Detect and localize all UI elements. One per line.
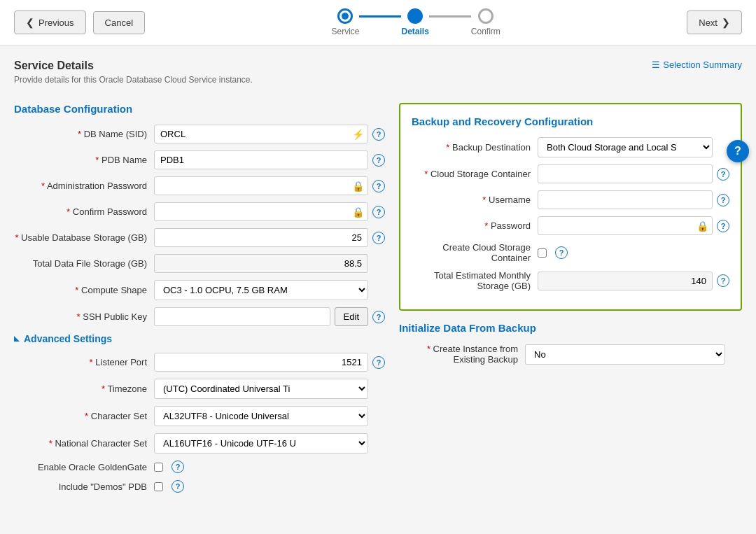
cloud-storage-input[interactable] (538, 164, 713, 183)
page-header: ❮ Previous Cancel Service Details Confir… (0, 0, 756, 45)
usable-storage-label: * Usable Database Storage (GB) (14, 232, 154, 243)
advanced-settings-toggle[interactable]: Advanced Settings (14, 333, 385, 344)
backup-password-input[interactable] (538, 216, 713, 235)
demos-pdb-row: Include "Demos" PDB ? (14, 480, 385, 493)
backup-dest-select[interactable]: Both Cloud Storage and Local S (538, 137, 713, 157)
ssh-key-input[interactable] (154, 307, 330, 326)
usable-storage-input[interactable] (154, 228, 368, 247)
confirm-password-label: * Confirm Password (14, 206, 154, 217)
header-left: ❮ Previous Cancel (14, 10, 145, 34)
backup-dest-label: * Backup Destination (412, 142, 538, 153)
db-name-help[interactable]: ? (372, 128, 385, 141)
golden-gate-checkbox[interactable] (154, 463, 163, 472)
pdb-name-help[interactable]: ? (372, 154, 385, 167)
listener-port-label: * Listener Port (14, 357, 154, 367)
admin-password-help[interactable]: ? (372, 180, 385, 192)
confirm-password-help[interactable]: ? (372, 206, 385, 218)
create-instance-select[interactable]: No (525, 344, 725, 365)
listener-port-input[interactable] (154, 353, 368, 372)
national-charset-label: * National Character Set (14, 438, 154, 449)
pdb-name-label: * PDB Name (14, 155, 154, 165)
charset-row: * Character Set AL32UTF8 - Unicode Unive… (14, 406, 385, 426)
total-data-input (154, 254, 368, 273)
demos-pdb-checkbox[interactable] (154, 482, 163, 491)
admin-password-input[interactable] (154, 176, 368, 195)
step-confirm-label: Confirm (471, 27, 500, 36)
backup-password-label: * Password (412, 220, 538, 231)
cloud-storage-help[interactable]: ? (717, 168, 729, 181)
step-line-2 (429, 15, 471, 17)
ssh-key-help[interactable]: ? (372, 311, 385, 323)
demos-pdb-help[interactable]: ? (172, 480, 184, 493)
cloud-storage-label: * Cloud Storage Container (412, 169, 538, 179)
advanced-settings-label: Advanced Settings (24, 333, 112, 344)
timezone-row: * Timezone (UTC) Coordinated Universal T… (14, 379, 385, 399)
step-service: Service (331, 8, 359, 36)
page-subtitle: Provide details for this Oracle Database… (14, 75, 742, 85)
db-config-title: Database Configuration (14, 103, 385, 115)
advanced-toggle-icon (14, 336, 20, 342)
pdb-name-row: * PDB Name ? (14, 150, 385, 169)
timezone-select[interactable]: (UTC) Coordinated Universal Ti (154, 379, 368, 399)
usable-storage-help[interactable]: ? (372, 232, 385, 244)
create-container-checkbox[interactable] (538, 248, 547, 258)
total-monthly-row: Total Estimated Monthly Storage (GB) ? (412, 270, 729, 291)
db-name-input[interactable] (154, 125, 368, 143)
db-name-label: * DB Name (SID) (14, 129, 154, 139)
admin-password-label: * Administration Password (14, 181, 154, 191)
golden-gate-help[interactable]: ? (172, 461, 184, 473)
previous-button[interactable]: ❮ Previous (14, 10, 86, 34)
backup-username-row: * Username ? (412, 190, 729, 209)
admin-password-wrap: 🔒 (154, 176, 368, 195)
confirm-password-input[interactable] (154, 202, 368, 221)
total-monthly-input (538, 272, 713, 290)
compute-shape-select[interactable]: OC3 - 1.0 OCPU, 7.5 GB RAM (154, 280, 368, 300)
page-content: ☰ Selection Summary Service Details Prov… (0, 45, 756, 514)
listener-port-row: * Listener Port ? (14, 353, 385, 372)
charset-select[interactable]: AL32UTF8 - Unicode Universal (154, 406, 368, 426)
step-service-label: Service (331, 27, 359, 36)
ssh-key-label: * SSH Public Key (14, 311, 154, 322)
national-charset-select[interactable]: AL16UTF16 - Unicode UTF-16 U (154, 433, 368, 454)
init-data-title: Initialize Data From Backup (399, 322, 742, 334)
backup-password-row: * Password 🔒 ? (412, 216, 729, 235)
compute-shape-label: * Compute Shape (14, 285, 154, 295)
pdb-name-input[interactable] (154, 150, 368, 169)
backup-password-wrap: 🔒 (538, 216, 713, 235)
chevron-right-icon: ❯ (722, 17, 730, 28)
confirm-password-icon: 🔒 (352, 206, 364, 218)
charset-label: * Character Set (14, 411, 154, 421)
step-confirm: Confirm (471, 8, 500, 36)
init-data-section: Initialize Data From Backup * Create Ins… (399, 322, 742, 365)
right-column: Backup and Recovery Configuration * Back… (399, 103, 742, 500)
backup-password-help[interactable]: ? (717, 220, 729, 232)
total-monthly-help[interactable]: ? (717, 274, 729, 287)
backup-username-input[interactable] (538, 190, 713, 209)
step-service-circle (337, 8, 353, 24)
listener-port-help[interactable]: ? (372, 356, 385, 369)
cloud-storage-row: * Cloud Storage Container ? (412, 164, 729, 183)
total-data-row: Total Data File Storage (GB) (14, 254, 385, 273)
selection-summary-link[interactable]: ☰ Selection Summary (652, 59, 742, 70)
step-confirm-circle (478, 8, 493, 24)
db-name-row: * DB Name (SID) ⚡ ? (14, 125, 385, 143)
admin-password-row: * Administration Password 🔒 ? (14, 176, 385, 195)
create-container-help[interactable]: ? (555, 246, 568, 259)
global-help-button[interactable]: ? (727, 140, 749, 162)
wizard-steps: Service Details Confirm (331, 8, 500, 36)
create-container-row: Create Cloud Storage Container ? (412, 242, 729, 263)
backup-recovery-section: Backup and Recovery Configuration * Back… (399, 103, 742, 311)
confirm-password-wrap: 🔒 (154, 202, 368, 221)
total-data-label: Total Data File Storage (GB) (14, 258, 154, 269)
next-button[interactable]: Next ❯ (687, 10, 742, 34)
backup-dest-row: * Backup Destination Both Cloud Storage … (412, 137, 729, 157)
backup-username-help[interactable]: ? (717, 194, 729, 206)
total-monthly-label: Total Estimated Monthly Storage (GB) (412, 270, 538, 291)
step-details-label: Details (401, 27, 428, 36)
step-details: Details (401, 8, 428, 36)
ssh-key-edit-button[interactable]: Edit (335, 307, 368, 326)
cancel-button[interactable]: Cancel (93, 11, 145, 34)
step-line-1 (359, 15, 401, 17)
confirm-password-row: * Confirm Password 🔒 ? (14, 202, 385, 221)
golden-gate-label: Enable Oracle GoldenGate (14, 462, 154, 472)
